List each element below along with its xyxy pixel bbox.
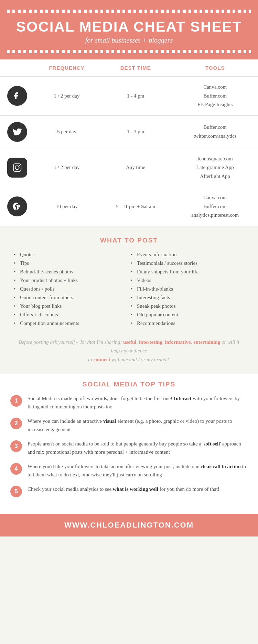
list-item: Funny snippets from your life [131,268,244,276]
list-item: Videos [131,276,244,285]
list-item: Quotes [14,250,127,259]
frequency-col-header: FREQUENCY [34,59,99,77]
instagram-tools: Iconosquare.comLatergramme AppAfterlight… [172,148,258,187]
twitter-best-time: 1 - 3 pm [99,115,172,148]
what-to-post-section: WHAT TO POST Quotes Tips Behind-the-scen… [0,226,258,374]
twitter-platform-cell [0,115,34,148]
left-list: Quotes Tips Behind-the-scenes photos You… [14,250,127,328]
list-item: Your blog post links [14,302,127,310]
instagram-frequency: 1 / 2 per day [34,148,99,187]
list-item: Old popular content [131,310,244,319]
svg-rect-0 [13,164,21,171]
list-item: Your product photos + links [14,276,127,285]
social-media-table: FREQUENCY BEST TIME TOOLS 1 / 2 per day … [0,59,258,226]
list-item: Sneak peak photos [131,302,244,310]
quote-useful: useful [123,339,136,345]
tip-number-5: 5 [10,486,22,497]
tips-list: 1 Social Media is made up of two words, … [10,394,248,497]
list-item: Offers + discounts [14,310,127,319]
pinterest-icon [7,196,27,216]
instagram-platform-cell [0,148,34,187]
instagram-icon [7,158,27,178]
list-item: Interesting facts [131,293,244,302]
right-list: Events information Testimonials / succes… [131,250,244,328]
tip-item-2: 2 Where you can include an attractive vi… [10,417,248,433]
tip-text-5: Check your social media analytics to see… [28,485,219,493]
tip-text-4: Where you'd like your followers to take … [28,462,248,479]
tip-item-5: 5 Check your social media analytics to s… [10,485,248,497]
svg-point-2 [19,165,20,166]
top-tips-section: SOCIAL MEDIA TOP TIPS 1 Social Media is … [0,374,258,514]
list-item: Recommendations [131,319,244,328]
list-item: Behind-the-scenes photos [14,268,127,276]
list-item: Testimonials / success stories [131,259,244,268]
list-item: Questions / polls [14,285,127,293]
frequency-table-section: FREQUENCY BEST TIME TOOLS 1 / 2 per day … [0,59,258,226]
quote-interesting: interesting [139,339,162,345]
svg-point-1 [15,166,19,169]
best-time-col-header: BEST TIME [99,59,172,77]
tip-number-4: 4 [10,463,22,475]
page-subtitle: for small businesses + bloggers [7,36,251,44]
tools-col-header: TOOLS [172,59,258,77]
table-row: 10 per day 5 - 11 pm + Sat am Canva.comB… [0,187,258,226]
list-item: Good content from others [14,293,127,302]
page-header: SOCIAL MEDIA CHEAT SHEET for small busin… [0,0,258,59]
tip-text-3: People aren't on social media to be sold… [28,440,248,456]
twitter-icon [7,122,27,142]
tip-item-4: 4 Where you'd like your followers to tak… [10,462,248,479]
pinterest-tools: Canva.comBuffer.comanalytics.pinterest.c… [172,187,258,226]
what-to-post-content: WHAT TO POST Quotes Tips Behind-the-scen… [0,230,258,331]
tip-number-2: 2 [10,418,22,429]
platform-col-header [0,59,34,77]
pinterest-frequency: 10 per day [34,187,99,226]
list-item: Tips [14,259,127,268]
facebook-tools: Canva.comBuffer.comFB Page Insights [172,77,258,116]
footer-url: WWW.CHLOEADLINGTON.COM [7,521,251,530]
twitter-tools: Buffer.comtwitter.com/analytics [172,115,258,148]
tip-item-3: 3 People aren't on social media to be so… [10,440,248,456]
motivational-quote: Before posting ask yourself - 'Is what I… [0,331,258,374]
quote-connect: connect [93,357,110,362]
table-row: 1 / 2 per day 1 - 4 pm Canva.comBuffer.c… [0,77,258,116]
list-item: Fill-in-the-blanks [131,285,244,293]
top-tips-title: SOCIAL MEDIA TOP TIPS [10,381,248,388]
facebook-platform-cell [0,77,34,116]
list-item: Events information [131,250,244,259]
tip-number-1: 1 [10,395,22,407]
quote-entertaining: entertaining [193,339,220,345]
quote-prefix: Before posting ask yourself - 'Is what I… [19,339,123,345]
instagram-best-time: Any time [99,148,172,187]
facebook-icon [7,86,27,106]
what-to-post-lists: Quotes Tips Behind-the-scenes photos You… [10,250,248,328]
page-title: SOCIAL MEDIA CHEAT SHEET [7,19,251,35]
table-row: 1 / 2 per day Any time Iconosquare.comLa… [0,148,258,187]
facebook-best-time: 1 - 4 pm [99,77,172,116]
quote-informative: informative [165,339,191,345]
tip-number-3: 3 [10,440,22,452]
tip-text-2: Where you can include an attractive visu… [28,417,248,433]
facebook-frequency: 1 / 2 per day [34,77,99,116]
pinterest-platform-cell [0,187,34,226]
what-to-post-title: WHAT TO POST [10,237,248,244]
twitter-frequency: 5 per day [34,115,99,148]
table-row: 5 per day 1 - 3 pm Buffer.comtwitter.com… [0,115,258,148]
tip-item-1: 1 Social Media is made up of two words, … [10,394,248,411]
pinterest-best-time: 5 - 11 pm + Sat am [99,187,172,226]
page-footer: WWW.CHLOEADLINGTON.COM [0,514,258,536]
list-item: Competition announcements [14,319,127,328]
tip-text-1: Social Media is made up of two words, do… [28,394,248,411]
